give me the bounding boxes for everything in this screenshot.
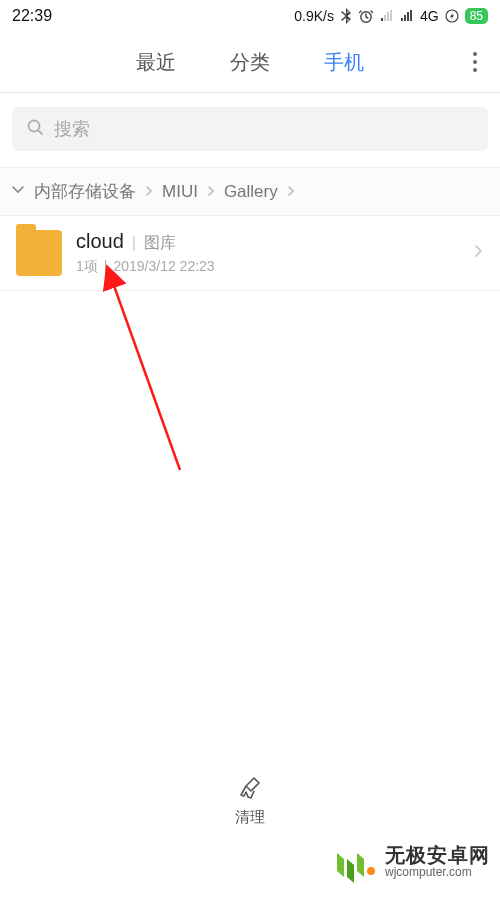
more-icon[interactable] [472, 51, 478, 73]
status-bar: 22:39 0.9K/s 4G 85 [0, 0, 500, 32]
item-count: 1项 [76, 258, 98, 276]
search-input[interactable]: 搜索 [12, 107, 488, 151]
svg-point-3 [473, 60, 477, 64]
item-name: cloud [76, 230, 124, 253]
status-network: 4G [420, 8, 439, 24]
chevron-right-icon [472, 243, 484, 263]
separator: | [104, 258, 108, 276]
chevron-right-icon [144, 182, 154, 202]
clean-label: 清理 [235, 808, 265, 827]
separator: | [132, 234, 136, 252]
chevron-right-icon [286, 182, 296, 202]
breadcrumb-seg2[interactable]: Gallery [224, 182, 278, 202]
svg-point-8 [367, 867, 375, 875]
search-icon [26, 118, 44, 141]
svg-point-4 [473, 68, 477, 72]
search-placeholder: 搜索 [54, 117, 90, 141]
folder-icon [16, 230, 62, 276]
tab-category[interactable]: 分类 [230, 49, 270, 76]
list-item[interactable]: cloud | 图库 1项 | 2019/3/12 22:23 [0, 216, 500, 291]
svg-line-7 [113, 283, 180, 470]
chevron-right-icon [206, 182, 216, 202]
breadcrumb-root[interactable]: 内部存储设备 [34, 180, 136, 203]
watermark-url: wjcomputer.com [385, 866, 490, 879]
broom-icon [236, 775, 264, 806]
clean-button[interactable]: 清理 [0, 775, 500, 827]
signal-1-icon [380, 10, 394, 22]
svg-point-2 [473, 52, 477, 56]
status-speed: 0.9K/s [294, 8, 334, 24]
item-date: 2019/3/12 22:23 [113, 258, 214, 276]
item-tag: 图库 [144, 233, 176, 254]
chevron-down-icon[interactable] [10, 181, 26, 202]
charge-icon [445, 9, 459, 23]
tab-row: 最近 分类 手机 [0, 32, 500, 92]
watermark-name: 无极安卓网 [385, 844, 490, 866]
status-right: 0.9K/s 4G 85 [294, 8, 488, 24]
watermark-logo-icon [333, 839, 379, 885]
folder-list: cloud | 图库 1项 | 2019/3/12 22:23 [0, 216, 500, 291]
alarm-icon [358, 8, 374, 24]
breadcrumb-seg1[interactable]: MIUI [162, 182, 198, 202]
watermark: 无极安卓网 wjcomputer.com [333, 839, 490, 885]
status-battery: 85 [465, 8, 488, 24]
tab-phone[interactable]: 手机 [324, 49, 364, 76]
breadcrumb[interactable]: 内部存储设备 MIUI Gallery [0, 167, 500, 216]
tab-recent[interactable]: 最近 [136, 49, 176, 76]
svg-point-5 [29, 120, 40, 131]
signal-2-icon [400, 10, 414, 22]
status-time: 22:39 [12, 7, 52, 25]
bluetooth-icon [340, 8, 352, 24]
svg-line-6 [39, 130, 43, 134]
